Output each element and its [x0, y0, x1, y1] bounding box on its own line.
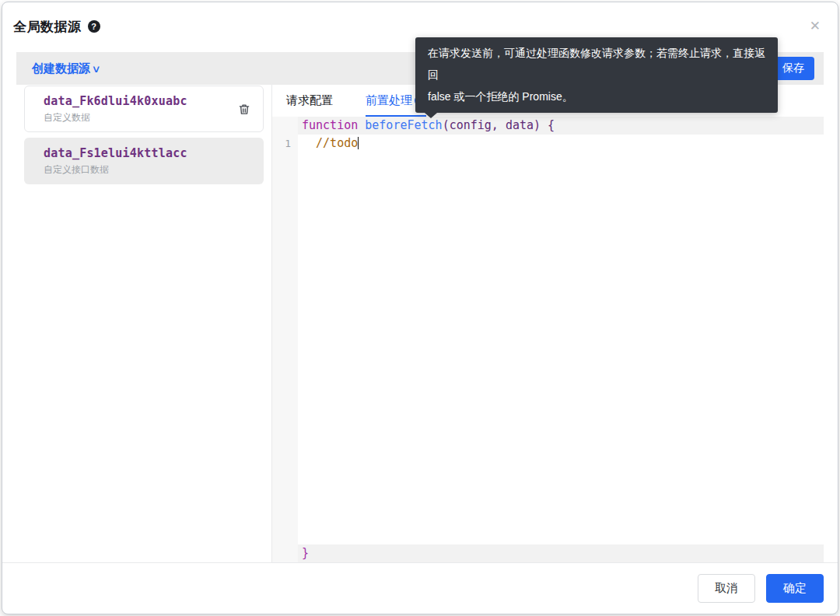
code-wrapper-open-line: function beforeFetch(config, data) {	[272, 117, 824, 135]
line-number: 1	[272, 135, 298, 152]
text-cursor	[358, 137, 359, 149]
code-token-function-name: beforeFetch	[365, 118, 442, 132]
trash-icon	[238, 103, 250, 116]
delete-datasource-button[interactable]	[236, 101, 252, 117]
code-line-1[interactable]: 1 //todo	[272, 135, 824, 152]
confirm-button[interactable]: 确定	[766, 574, 824, 603]
datasource-type: 自定义数据	[44, 111, 187, 124]
datasource-item-1[interactable]: data_Fk6dlui4k0xuabc 自定义数据	[24, 86, 264, 132]
datasource-list: data_Fk6dlui4k0xuabc 自定义数据 data_Fs1elui4…	[16, 85, 272, 562]
tab-request-config[interactable]: 请求配置	[286, 85, 333, 117]
close-icon[interactable]: ✕	[808, 18, 822, 34]
tooltip-line: 在请求发送前，可通过处理函数修改请求参数；若需终止请求，直接返回	[428, 42, 765, 86]
save-button[interactable]: 保存	[772, 57, 814, 80]
global-datasource-dialog: 全局数据源 ? ✕ 创建数据源 ∨ 保存 data_Fk6dlui4k0xuab…	[2, 2, 838, 614]
code-token-params: (config, data) {	[443, 118, 555, 132]
datasource-name: data_Fk6dlui4k0xuabc	[44, 94, 187, 108]
code-token-closing-brace: }	[302, 546, 309, 560]
dialog-footer: 取消 确定	[2, 562, 838, 614]
datasource-item-2[interactable]: data_Fs1elui4kttlacc 自定义接口数据	[24, 138, 264, 184]
editor-panel: 请求配置 前置处理 ? 数据处理 ? 错误处理	[272, 85, 824, 562]
datasource-name: data_Fs1elui4kttlacc	[44, 146, 187, 160]
code-empty-area[interactable]	[272, 152, 824, 544]
content-area: data_Fk6dlui4k0xuabc 自定义数据 data_Fs1elui4…	[16, 85, 824, 562]
datasource-type: 自定义接口数据	[44, 163, 187, 177]
code-token-comment: //todo	[302, 136, 358, 150]
create-datasource-label: 创建数据源	[32, 61, 90, 76]
chevron-down-icon: ∨	[92, 63, 101, 75]
cancel-button[interactable]: 取消	[698, 574, 755, 603]
code-token-keyword: function	[302, 118, 365, 132]
title-help-icon[interactable]: ?	[88, 20, 100, 33]
tooltip-line: false 或一个拒绝的 Promise。	[428, 86, 765, 107]
code-wrapper-close-line: }	[272, 544, 824, 562]
dialog-title: 全局数据源	[13, 18, 82, 36]
dialog-body: 创建数据源 ∨ 保存 data_Fk6dlui4k0xuabc 自定义数据	[16, 52, 824, 562]
pre-process-help-tooltip: 在请求发送前，可通过处理函数修改请求参数；若需终止请求，直接返回 false 或…	[415, 37, 778, 113]
create-datasource-dropdown[interactable]: 创建数据源 ∨	[32, 61, 100, 76]
code-editor[interactable]: function beforeFetch(config, data) { 1 /…	[272, 117, 824, 562]
